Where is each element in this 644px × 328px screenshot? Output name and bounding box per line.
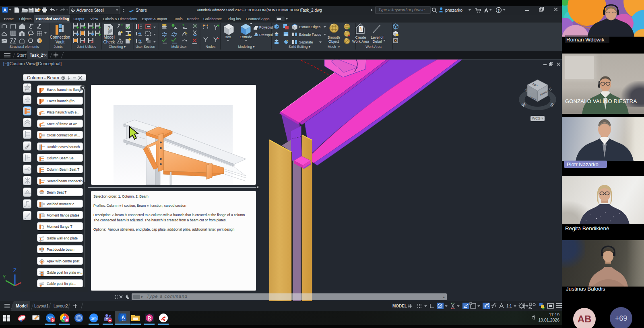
svg-text:Box: Box xyxy=(225,35,231,39)
svg-text:Smooth: Smooth xyxy=(327,35,340,39)
svg-text:T: T xyxy=(106,318,108,321)
svg-text:Share: Share xyxy=(136,8,147,12)
svg-text:17:19: 17:19 xyxy=(549,312,559,317)
svg-text:pnazarko: pnazarko xyxy=(445,8,462,12)
svg-text:Check: Check xyxy=(103,40,115,44)
svg-text:PRO: PRO xyxy=(148,320,151,322)
svg-text:?: ? xyxy=(497,8,500,12)
svg-text:Extrude Faces: Extrude Faces xyxy=(299,33,321,37)
svg-text:Type a keyword or phrase: Type a keyword or phrase xyxy=(378,8,425,12)
svg-text:Task_2*: Task_2* xyxy=(30,53,45,58)
svg-text:Model: Model xyxy=(16,304,28,308)
svg-text:Model: Model xyxy=(103,35,114,39)
svg-text:zm: zm xyxy=(91,316,96,320)
svg-text:Connection: Connection xyxy=(50,35,70,39)
svg-text:Extrude: Extrude xyxy=(239,35,252,39)
svg-text:Start: Start xyxy=(17,53,26,58)
svg-text:Detail: Detail xyxy=(372,39,382,43)
svg-text:1: 1 xyxy=(29,33,30,36)
svg-text:Presspull: Presspull xyxy=(259,33,273,37)
svg-text:Y: Y xyxy=(2,274,6,280)
svg-text:Layout1: Layout1 xyxy=(34,304,49,308)
svg-text:Object: Object xyxy=(328,39,339,43)
svg-text:Polysolid: Polysolid xyxy=(259,25,273,29)
svg-text:ADS: ADS xyxy=(122,320,125,321)
svg-text:19.01.2026: 19.01.2026 xyxy=(538,318,559,322)
svg-text:Level of: Level of xyxy=(371,35,384,39)
svg-text:Z: Z xyxy=(13,267,17,273)
svg-text:Extract Edges: Extract Edges xyxy=(299,25,320,29)
svg-text:MODEL: MODEL xyxy=(392,304,407,308)
svg-text:Layout2: Layout2 xyxy=(54,304,68,308)
svg-text:1:1: 1:1 xyxy=(506,304,512,308)
svg-text:P: P xyxy=(66,318,68,322)
svg-text:Work Area: Work Area xyxy=(352,39,369,43)
svg-text:Create: Create xyxy=(355,35,366,39)
svg-text:A: A xyxy=(3,8,6,12)
svg-text:6: 6 xyxy=(52,318,54,322)
svg-text:Separate: Separate xyxy=(299,40,313,44)
svg-text:Advance Steel: Advance Steel xyxy=(76,8,104,12)
svg-text:Vault: Vault xyxy=(56,40,64,44)
